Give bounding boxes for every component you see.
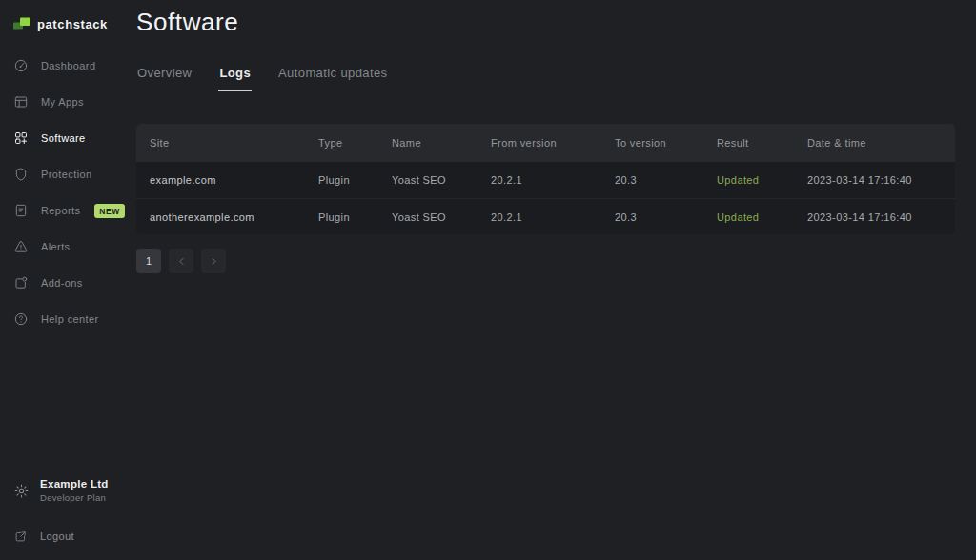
tab[interactable]: Logs xyxy=(218,66,252,91)
logout-button[interactable]: Logout xyxy=(13,524,122,549)
chevron-left-icon xyxy=(176,256,187,267)
sidebar-item-label: Help center xyxy=(41,313,99,325)
table-row: anotherexample.com Plugin Yoast SEO 20.2… xyxy=(136,198,955,234)
sidebar-item[interactable]: Alerts xyxy=(13,229,122,265)
org-name: Example Ltd xyxy=(40,478,109,490)
sidebar-item-label: Alerts xyxy=(41,241,71,252)
cell-result-status: Updated xyxy=(717,174,807,186)
sidebar-item[interactable]: Dashboard xyxy=(13,48,122,84)
sidebar-item-label: Software xyxy=(41,132,86,144)
sidebar-item-icon xyxy=(13,58,29,73)
sidebar-item-icon xyxy=(13,311,29,327)
table-header-row: Site Type Name From version To version R… xyxy=(136,124,955,162)
page-number-button[interactable]: 1 xyxy=(136,249,161,273)
sidebar-nav: Dashboard My Apps Software Protection xyxy=(13,48,122,337)
sidebar-item-label: My Apps xyxy=(41,96,84,108)
cell-site: example.com xyxy=(150,174,318,186)
cell-name: Yoast SEO xyxy=(392,174,491,186)
cell-to-version: 20.3 xyxy=(615,211,717,223)
tab[interactable]: Overview xyxy=(136,66,193,91)
sidebar-item-icon xyxy=(13,167,29,182)
sidebar-item-icon xyxy=(13,130,29,146)
sidebar-item[interactable]: My Apps xyxy=(13,84,122,120)
external-link-icon xyxy=(13,530,28,544)
logout-label: Logout xyxy=(40,530,74,542)
sidebar: patchstack Dashboard My Apps Software xyxy=(0,0,122,560)
sidebar-item[interactable]: Software xyxy=(13,120,122,156)
column-header-site: Site xyxy=(150,137,318,149)
column-header-from-version: From version xyxy=(491,137,615,149)
org-plan: Developer Plan xyxy=(40,492,109,503)
sidebar-item-label: Add-ons xyxy=(41,277,83,289)
sidebar-item-label: Dashboard xyxy=(41,60,95,71)
cell-datetime: 2023-03-14 17:16:40 xyxy=(807,174,955,186)
column-header-to-version: To version xyxy=(615,137,717,149)
main-content: Software Overview Logs Automatic updates… xyxy=(136,0,976,273)
column-header-datetime: Date & time xyxy=(807,137,955,149)
cell-name: Yoast SEO xyxy=(392,211,491,223)
cell-type: Plugin xyxy=(318,174,392,186)
sidebar-item[interactable]: Reports NEW xyxy=(13,192,122,229)
patchstack-logo-icon xyxy=(13,17,30,31)
table-body: example.com Plugin Yoast SEO 20.2.1 20.3… xyxy=(136,162,955,234)
sidebar-item-label: Reports xyxy=(41,205,80,216)
brand-name: patchstack xyxy=(37,17,108,31)
gear-icon xyxy=(13,483,30,499)
cell-to-version: 20.3 xyxy=(615,174,717,186)
previous-page-button[interactable] xyxy=(169,249,193,273)
sidebar-item-icon xyxy=(13,203,29,218)
next-page-button[interactable] xyxy=(201,249,226,273)
cell-from-version: 20.2.1 xyxy=(491,211,615,223)
sidebar-item-icon xyxy=(13,94,29,110)
brand-logo[interactable]: patchstack xyxy=(13,13,122,34)
cell-type: Plugin xyxy=(318,211,392,223)
sidebar-footer: Example Ltd Developer Plan Logout xyxy=(13,478,122,549)
sidebar-item-icon xyxy=(13,239,29,254)
cell-site: anotherexample.com xyxy=(150,211,318,223)
sidebar-item[interactable]: Add-ons xyxy=(13,265,122,301)
sidebar-item-label: Protection xyxy=(41,169,92,180)
chevron-right-icon xyxy=(209,256,219,267)
table-row: example.com Plugin Yoast SEO 20.2.1 20.3… xyxy=(136,162,955,198)
cell-datetime: 2023-03-14 17:16:40 xyxy=(807,211,955,223)
sidebar-item[interactable]: Help center xyxy=(13,301,122,337)
tab[interactable]: Automatic updates xyxy=(277,66,388,91)
column-header-type: Type xyxy=(318,137,392,149)
tab-bar: Overview Logs Automatic updates xyxy=(136,66,976,91)
page-title: Software xyxy=(136,8,976,37)
logs-table: Site Type Name From version To version R… xyxy=(136,124,955,234)
pagination: 1 xyxy=(136,249,976,273)
column-header-result: Result xyxy=(717,137,807,149)
cell-from-version: 20.2.1 xyxy=(491,174,615,186)
org-settings[interactable]: Example Ltd Developer Plan xyxy=(13,478,122,503)
cell-result-status: Updated xyxy=(717,211,807,223)
new-badge: NEW xyxy=(94,204,124,218)
sidebar-item-icon xyxy=(13,275,29,290)
sidebar-item[interactable]: Protection xyxy=(13,156,122,192)
column-header-name: Name xyxy=(392,137,491,149)
